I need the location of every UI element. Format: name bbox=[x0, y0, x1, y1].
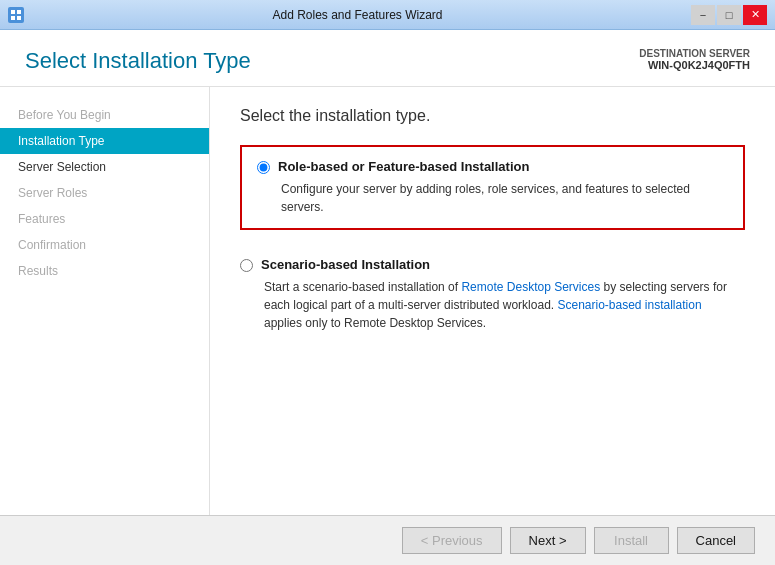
svg-rect-3 bbox=[17, 16, 21, 20]
page-title: Select Installation Type bbox=[25, 48, 251, 74]
scenario-based-radio[interactable] bbox=[240, 259, 253, 272]
sidebar-item-server-roles[interactable]: Server Roles bbox=[0, 180, 209, 206]
role-based-title[interactable]: Role-based or Feature-based Installation bbox=[278, 159, 529, 174]
sidebar: Before You Begin Installation Type Serve… bbox=[0, 87, 210, 515]
role-based-radio[interactable] bbox=[257, 161, 270, 174]
content-area: Before You Begin Installation Type Serve… bbox=[0, 87, 775, 515]
window-controls: − □ ✕ bbox=[691, 5, 767, 25]
destination-server-info: DESTINATION SERVER WIN-Q0K2J4Q0FTH bbox=[639, 48, 750, 71]
title-bar: Add Roles and Features Wizard − □ ✕ bbox=[0, 0, 775, 30]
maximize-button[interactable]: □ bbox=[717, 5, 741, 25]
role-based-description: Configure your server by adding roles, r… bbox=[281, 180, 728, 216]
main-window: Select Installation Type DESTINATION SER… bbox=[0, 30, 775, 565]
close-button[interactable]: ✕ bbox=[743, 5, 767, 25]
cancel-button[interactable]: Cancel bbox=[677, 527, 755, 554]
svg-rect-1 bbox=[17, 10, 21, 14]
scenario-based-title[interactable]: Scenario-based Installation bbox=[261, 257, 430, 272]
role-based-option-label: Role-based or Feature-based Installation bbox=[257, 159, 728, 174]
sidebar-item-results[interactable]: Results bbox=[0, 258, 209, 284]
scenario-link2[interactable]: Scenario-based installation bbox=[557, 298, 701, 312]
svg-rect-2 bbox=[11, 16, 15, 20]
panel-heading: Select the installation type. bbox=[240, 107, 745, 125]
header: Select Installation Type DESTINATION SER… bbox=[0, 30, 775, 87]
footer: < Previous Next > Install Cancel bbox=[0, 515, 775, 565]
scenario-rds-link[interactable]: Remote Desktop Services bbox=[461, 280, 600, 294]
sidebar-item-server-selection[interactable]: Server Selection bbox=[0, 154, 209, 180]
role-based-option-box[interactable]: Role-based or Feature-based Installation… bbox=[240, 145, 745, 230]
svg-rect-0 bbox=[11, 10, 15, 14]
scenario-desc-part3: applies only to Remote Desktop Services. bbox=[264, 316, 486, 330]
sidebar-item-confirmation[interactable]: Confirmation bbox=[0, 232, 209, 258]
sidebar-item-features[interactable]: Features bbox=[0, 206, 209, 232]
minimize-button[interactable]: − bbox=[691, 5, 715, 25]
server-name: WIN-Q0K2J4Q0FTH bbox=[639, 59, 750, 71]
window-title: Add Roles and Features Wizard bbox=[24, 8, 691, 22]
sidebar-item-installation-type[interactable]: Installation Type bbox=[0, 128, 209, 154]
scenario-based-option-label: Scenario-based Installation bbox=[240, 257, 730, 272]
main-panel: Select the installation type. Role-based… bbox=[210, 87, 775, 515]
scenario-based-option-box[interactable]: Scenario-based Installation Start a scen… bbox=[240, 245, 745, 344]
sidebar-item-before-you-begin[interactable]: Before You Begin bbox=[0, 102, 209, 128]
scenario-based-description: Start a scenario-based installation of R… bbox=[264, 278, 730, 332]
destination-label: DESTINATION SERVER bbox=[639, 48, 750, 59]
app-icon bbox=[8, 7, 24, 23]
install-button[interactable]: Install bbox=[594, 527, 669, 554]
previous-button[interactable]: < Previous bbox=[402, 527, 502, 554]
next-button[interactable]: Next > bbox=[510, 527, 586, 554]
scenario-desc-part1: Start a scenario-based installation of bbox=[264, 280, 461, 294]
